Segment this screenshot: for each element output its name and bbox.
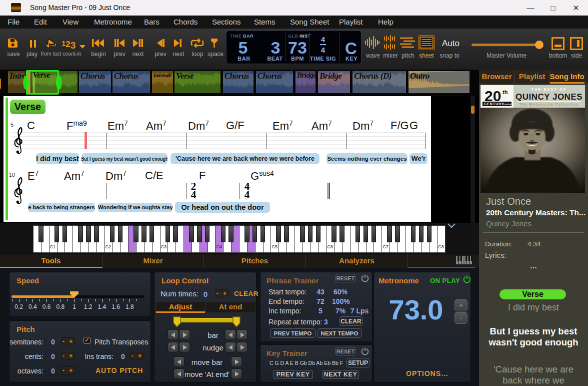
svg-text:th: th xyxy=(502,89,508,95)
svg-text:masters: masters xyxy=(502,103,513,106)
svg-text:QUINCY JONES: QUINCY JONES xyxy=(516,92,582,102)
svg-text:The Millennium Collection: The Millennium Collection xyxy=(520,103,578,106)
svg-text:THE BEST OF: THE BEST OF xyxy=(532,88,566,91)
svg-text:CENTURY: CENTURY xyxy=(484,102,504,106)
